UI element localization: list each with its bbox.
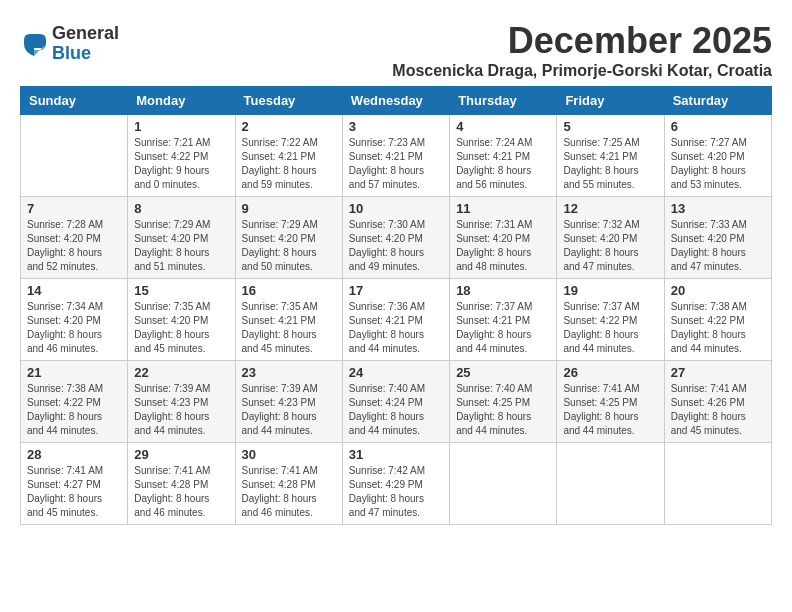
day-info: Sunrise: 7:23 AM Sunset: 4:21 PM Dayligh… xyxy=(349,136,443,192)
day-number: 9 xyxy=(242,201,336,216)
calendar-week-row: 21Sunrise: 7:38 AM Sunset: 4:22 PM Dayli… xyxy=(21,361,772,443)
day-number: 2 xyxy=(242,119,336,134)
calendar-cell: 10Sunrise: 7:30 AM Sunset: 4:20 PM Dayli… xyxy=(342,197,449,279)
day-info: Sunrise: 7:36 AM Sunset: 4:21 PM Dayligh… xyxy=(349,300,443,356)
day-number: 24 xyxy=(349,365,443,380)
day-number: 6 xyxy=(671,119,765,134)
calendar-cell: 11Sunrise: 7:31 AM Sunset: 4:20 PM Dayli… xyxy=(450,197,557,279)
day-info: Sunrise: 7:41 AM Sunset: 4:25 PM Dayligh… xyxy=(563,382,657,438)
calendar-cell: 5Sunrise: 7:25 AM Sunset: 4:21 PM Daylig… xyxy=(557,115,664,197)
day-number: 21 xyxy=(27,365,121,380)
calendar-cell: 28Sunrise: 7:41 AM Sunset: 4:27 PM Dayli… xyxy=(21,443,128,525)
day-info: Sunrise: 7:39 AM Sunset: 4:23 PM Dayligh… xyxy=(242,382,336,438)
calendar-cell: 8Sunrise: 7:29 AM Sunset: 4:20 PM Daylig… xyxy=(128,197,235,279)
calendar-cell: 30Sunrise: 7:41 AM Sunset: 4:28 PM Dayli… xyxy=(235,443,342,525)
calendar-cell: 22Sunrise: 7:39 AM Sunset: 4:23 PM Dayli… xyxy=(128,361,235,443)
calendar-cell: 23Sunrise: 7:39 AM Sunset: 4:23 PM Dayli… xyxy=(235,361,342,443)
calendar-cell: 14Sunrise: 7:34 AM Sunset: 4:20 PM Dayli… xyxy=(21,279,128,361)
calendar-cell: 27Sunrise: 7:41 AM Sunset: 4:26 PM Dayli… xyxy=(664,361,771,443)
weekday-header: Saturday xyxy=(664,87,771,115)
day-number: 10 xyxy=(349,201,443,216)
day-info: Sunrise: 7:33 AM Sunset: 4:20 PM Dayligh… xyxy=(671,218,765,274)
day-info: Sunrise: 7:34 AM Sunset: 4:20 PM Dayligh… xyxy=(27,300,121,356)
month-title: December 2025 xyxy=(392,20,772,62)
day-number: 28 xyxy=(27,447,121,462)
calendar-cell: 7Sunrise: 7:28 AM Sunset: 4:20 PM Daylig… xyxy=(21,197,128,279)
day-info: Sunrise: 7:38 AM Sunset: 4:22 PM Dayligh… xyxy=(671,300,765,356)
day-info: Sunrise: 7:41 AM Sunset: 4:28 PM Dayligh… xyxy=(134,464,228,520)
day-info: Sunrise: 7:41 AM Sunset: 4:27 PM Dayligh… xyxy=(27,464,121,520)
title-block: December 2025 Moscenicka Draga, Primorje… xyxy=(392,20,772,80)
calendar-cell xyxy=(450,443,557,525)
calendar-cell: 6Sunrise: 7:27 AM Sunset: 4:20 PM Daylig… xyxy=(664,115,771,197)
weekday-header: Thursday xyxy=(450,87,557,115)
day-number: 30 xyxy=(242,447,336,462)
calendar-cell: 21Sunrise: 7:38 AM Sunset: 4:22 PM Dayli… xyxy=(21,361,128,443)
day-info: Sunrise: 7:42 AM Sunset: 4:29 PM Dayligh… xyxy=(349,464,443,520)
calendar-cell: 9Sunrise: 7:29 AM Sunset: 4:20 PM Daylig… xyxy=(235,197,342,279)
day-info: Sunrise: 7:24 AM Sunset: 4:21 PM Dayligh… xyxy=(456,136,550,192)
day-info: Sunrise: 7:35 AM Sunset: 4:21 PM Dayligh… xyxy=(242,300,336,356)
logo-icon xyxy=(20,30,48,58)
day-number: 25 xyxy=(456,365,550,380)
logo: General Blue xyxy=(20,24,119,64)
calendar-cell: 24Sunrise: 7:40 AM Sunset: 4:24 PM Dayli… xyxy=(342,361,449,443)
day-info: Sunrise: 7:21 AM Sunset: 4:22 PM Dayligh… xyxy=(134,136,228,192)
day-info: Sunrise: 7:38 AM Sunset: 4:22 PM Dayligh… xyxy=(27,382,121,438)
calendar-week-row: 14Sunrise: 7:34 AM Sunset: 4:20 PM Dayli… xyxy=(21,279,772,361)
calendar-cell xyxy=(664,443,771,525)
day-number: 23 xyxy=(242,365,336,380)
page-header: General Blue December 2025 Moscenicka Dr… xyxy=(20,20,772,80)
weekday-header: Monday xyxy=(128,87,235,115)
day-number: 4 xyxy=(456,119,550,134)
day-number: 29 xyxy=(134,447,228,462)
location-title: Moscenicka Draga, Primorje-Gorski Kotar,… xyxy=(392,62,772,80)
calendar-cell: 2Sunrise: 7:22 AM Sunset: 4:21 PM Daylig… xyxy=(235,115,342,197)
day-number: 22 xyxy=(134,365,228,380)
day-info: Sunrise: 7:40 AM Sunset: 4:24 PM Dayligh… xyxy=(349,382,443,438)
calendar-cell: 1Sunrise: 7:21 AM Sunset: 4:22 PM Daylig… xyxy=(128,115,235,197)
day-info: Sunrise: 7:22 AM Sunset: 4:21 PM Dayligh… xyxy=(242,136,336,192)
day-info: Sunrise: 7:32 AM Sunset: 4:20 PM Dayligh… xyxy=(563,218,657,274)
calendar-cell: 13Sunrise: 7:33 AM Sunset: 4:20 PM Dayli… xyxy=(664,197,771,279)
day-number: 18 xyxy=(456,283,550,298)
day-number: 17 xyxy=(349,283,443,298)
calendar-table: SundayMondayTuesdayWednesdayThursdayFrid… xyxy=(20,86,772,525)
calendar-week-row: 1Sunrise: 7:21 AM Sunset: 4:22 PM Daylig… xyxy=(21,115,772,197)
calendar-cell: 15Sunrise: 7:35 AM Sunset: 4:20 PM Dayli… xyxy=(128,279,235,361)
calendar-cell: 17Sunrise: 7:36 AM Sunset: 4:21 PM Dayli… xyxy=(342,279,449,361)
day-number: 1 xyxy=(134,119,228,134)
day-number: 14 xyxy=(27,283,121,298)
day-number: 13 xyxy=(671,201,765,216)
day-info: Sunrise: 7:41 AM Sunset: 4:26 PM Dayligh… xyxy=(671,382,765,438)
calendar-cell: 16Sunrise: 7:35 AM Sunset: 4:21 PM Dayli… xyxy=(235,279,342,361)
day-number: 12 xyxy=(563,201,657,216)
day-info: Sunrise: 7:25 AM Sunset: 4:21 PM Dayligh… xyxy=(563,136,657,192)
day-info: Sunrise: 7:37 AM Sunset: 4:22 PM Dayligh… xyxy=(563,300,657,356)
day-info: Sunrise: 7:28 AM Sunset: 4:20 PM Dayligh… xyxy=(27,218,121,274)
calendar-header-row: SundayMondayTuesdayWednesdayThursdayFrid… xyxy=(21,87,772,115)
day-number: 26 xyxy=(563,365,657,380)
calendar-cell: 4Sunrise: 7:24 AM Sunset: 4:21 PM Daylig… xyxy=(450,115,557,197)
day-number: 20 xyxy=(671,283,765,298)
day-info: Sunrise: 7:27 AM Sunset: 4:20 PM Dayligh… xyxy=(671,136,765,192)
logo-blue: Blue xyxy=(52,43,91,63)
day-info: Sunrise: 7:40 AM Sunset: 4:25 PM Dayligh… xyxy=(456,382,550,438)
calendar-cell: 3Sunrise: 7:23 AM Sunset: 4:21 PM Daylig… xyxy=(342,115,449,197)
day-info: Sunrise: 7:35 AM Sunset: 4:20 PM Dayligh… xyxy=(134,300,228,356)
day-info: Sunrise: 7:29 AM Sunset: 4:20 PM Dayligh… xyxy=(134,218,228,274)
logo-text: General Blue xyxy=(52,24,119,64)
weekday-header: Tuesday xyxy=(235,87,342,115)
calendar-cell: 31Sunrise: 7:42 AM Sunset: 4:29 PM Dayli… xyxy=(342,443,449,525)
day-info: Sunrise: 7:39 AM Sunset: 4:23 PM Dayligh… xyxy=(134,382,228,438)
calendar-cell: 18Sunrise: 7:37 AM Sunset: 4:21 PM Dayli… xyxy=(450,279,557,361)
day-info: Sunrise: 7:29 AM Sunset: 4:20 PM Dayligh… xyxy=(242,218,336,274)
day-number: 7 xyxy=(27,201,121,216)
calendar-cell: 25Sunrise: 7:40 AM Sunset: 4:25 PM Dayli… xyxy=(450,361,557,443)
calendar-cell: 26Sunrise: 7:41 AM Sunset: 4:25 PM Dayli… xyxy=(557,361,664,443)
day-number: 3 xyxy=(349,119,443,134)
day-number: 31 xyxy=(349,447,443,462)
day-info: Sunrise: 7:41 AM Sunset: 4:28 PM Dayligh… xyxy=(242,464,336,520)
day-info: Sunrise: 7:31 AM Sunset: 4:20 PM Dayligh… xyxy=(456,218,550,274)
day-number: 8 xyxy=(134,201,228,216)
